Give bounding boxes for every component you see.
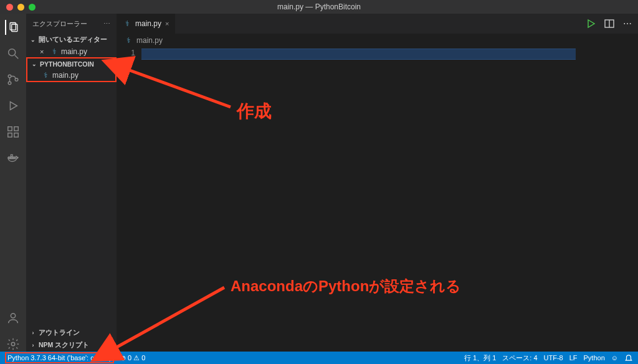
sidebar-header: エクスプローラー ⋯ [26,14,117,34]
svg-rect-11 [14,127,18,131]
extensions-icon[interactable] [6,124,21,139]
svg-line-3 [15,55,19,59]
open-editor-file[interactable]: × ⚕ main.py [26,46,117,57]
project-folder-label: PYTHONBITCOIN [40,60,94,68]
python-file-icon: ⚕ [124,36,133,45]
explorer-icon[interactable] [5,20,20,35]
line-number: 1 [117,49,135,57]
editor-tabs: ⚕ main.py × ⋯ [117,14,638,34]
python-interpreter-status[interactable]: Python 3.7.3 64-bit ('base': conda) [7,354,112,362]
breadcrumb-file: main.py [136,36,163,45]
debug-icon[interactable] [6,98,21,113]
settings-gear-icon[interactable] [6,337,21,352]
notifications-icon[interactable] [624,353,633,362]
sidebar-title: エクスプローラー [32,19,87,29]
svg-rect-0 [10,23,16,30]
chevron-right-icon: › [30,342,36,348]
docker-icon[interactable] [6,151,21,166]
indentation-status[interactable]: スペース: 4 [502,353,537,363]
maximize-window-button[interactable] [29,4,36,11]
line-gutter: 1 [117,47,141,352]
close-window-button[interactable] [6,4,13,11]
main-area: エクスプローラー ⋯ ⌄ 開いているエディター × ⚕ main.py ⌄ PY… [0,14,638,352]
svg-rect-9 [8,133,12,137]
sidebar-bottom-sections: › アウトライン › NPM スクリプト [26,327,117,352]
encoding-status[interactable]: UTF-8 [544,354,563,362]
breadcrumb[interactable]: ⚕ main.py [117,34,638,47]
file-label: main.py [52,71,79,80]
account-icon[interactable] [6,310,21,325]
window-titlebar: main.py — PythonBitcoin [0,0,638,14]
split-editor-icon[interactable] [604,19,614,29]
sidebar-more-icon[interactable]: ⋯ [103,20,110,28]
editor-column: ⚕ main.py × ⋯ ⚕ main.py 1 [117,14,638,352]
editor-more-icon[interactable]: ⋯ [623,19,633,29]
npm-scripts-section[interactable]: › NPM スクリプト [26,339,117,352]
activity-bar [0,14,26,352]
project-folder-section[interactable]: ⌄ PYTHONBITCOIN [27,58,115,70]
open-editors-section[interactable]: ⌄ 開いているエディター [26,34,117,46]
open-editors-label: 開いているエディター [39,35,107,44]
tab-main-py[interactable]: ⚕ main.py × [117,14,175,34]
svg-marker-7 [10,102,17,110]
eol-status[interactable]: LF [569,354,578,362]
window-title: main.py — PythonBitcoin [277,2,361,11]
project-file-item[interactable]: ⚕ main.py [27,70,115,81]
feedback-icon[interactable]: ☺ [611,354,618,362]
chevron-right-icon: › [30,330,36,336]
svg-point-6 [15,78,18,82]
svg-rect-15 [11,155,12,157]
editor-actions: ⋯ [586,19,633,29]
svg-marker-18 [588,20,594,27]
svg-rect-10 [14,133,18,137]
run-icon[interactable] [586,19,596,29]
python-file-icon: ⚕ [50,47,59,56]
python-file-icon: ⚕ [123,19,131,28]
window-controls [6,4,36,11]
editor-body[interactable]: 1 [117,47,638,352]
cursor-position-status[interactable]: 行 1、列 1 [464,353,496,363]
tab-label: main.py [135,19,161,28]
outline-section[interactable]: › アウトライン [26,327,117,339]
file-label: main.py [61,47,87,56]
annotation-highlight-python-env: Python 3.7.3 64-bit ('base': conda) [5,352,114,363]
problems-status[interactable]: ⊘ 0 ⚠ 0 [120,354,145,362]
svg-point-17 [11,342,15,346]
svg-rect-1 [12,24,17,32]
python-file-icon: ⚕ [41,71,50,80]
svg-point-16 [11,314,15,318]
status-bar: Python 3.7.3 64-bit ('base': conda) ⊘ 0 … [0,352,638,364]
chevron-down-icon: ⌄ [30,37,36,43]
explorer-sidebar: エクスプローラー ⋯ ⌄ 開いているエディター × ⚕ main.py ⌄ PY… [26,14,117,352]
search-icon[interactable] [6,46,21,61]
svg-point-5 [8,82,11,85]
outline-label: アウトライン [39,329,80,337]
close-icon[interactable]: × [40,48,47,55]
language-mode-status[interactable]: Python [584,354,605,362]
svg-point-2 [9,49,16,56]
tab-close-icon[interactable]: × [165,20,169,27]
minimize-window-button[interactable] [17,4,24,11]
chevron-down-icon: ⌄ [31,61,37,67]
npm-scripts-label: NPM スクリプト [39,341,89,350]
source-control-icon[interactable] [6,72,21,87]
svg-rect-8 [8,127,12,131]
current-line-highlight [141,49,576,60]
annotation-highlight-project: ⌄ PYTHONBITCOIN ⚕ main.py [26,57,117,82]
svg-point-4 [8,75,11,78]
